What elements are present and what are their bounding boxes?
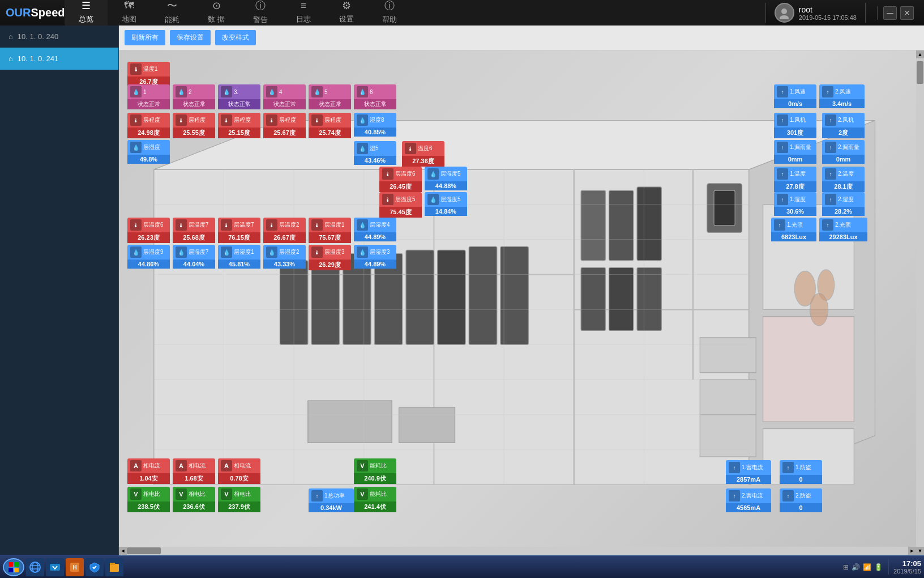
sensor-lux-2[interactable]: ↑ 2.光照 29283Lux xyxy=(819,218,867,241)
sensor-rain-1[interactable]: ↑ 1.漏雨量 0mm xyxy=(774,140,816,164)
sensor-status-2[interactable]: 💧 2 状态正常 xyxy=(173,84,215,109)
sensor-volt-2a[interactable]: V 相电比 238.5伏 xyxy=(127,487,170,512)
sensor-status-3[interactable]: 💧 3. 状态正常 xyxy=(218,84,260,109)
sensor-layer-h1[interactable]: 💧 层湿度1 45.81% xyxy=(218,245,260,269)
style-button[interactable]: 改变样式 xyxy=(215,30,256,45)
files-button[interactable] xyxy=(105,558,123,576)
minimize-button[interactable]: — xyxy=(883,6,897,20)
sensor-temp-right-2[interactable]: ↑ 2.温度 28.1度 xyxy=(822,167,865,192)
sensor-temp-6[interactable]: 🌡 温度6 27.36度 xyxy=(402,141,444,167)
sensor-layer-t7b[interactable]: 🌡 层温度7 76.15度 xyxy=(218,218,260,243)
sensor-layer-humid-5b[interactable]: 💧 层湿度5 44.88% xyxy=(425,167,467,190)
start-icon xyxy=(7,561,20,573)
sensor-amp-2[interactable]: A 相电流 1.68安 xyxy=(173,458,215,484)
sensor-fan-1[interactable]: ↑ 1.风机 301度 xyxy=(774,113,816,138)
start-button[interactable] xyxy=(3,558,24,576)
sensor-layer-t2[interactable]: 🌡 层温度2 26.67度 xyxy=(263,218,306,243)
sensor-layer-t1[interactable]: 🌡 层温度1 75.67度 xyxy=(309,218,351,243)
close-button[interactable]: ✕ xyxy=(900,6,914,20)
sensor-power-1[interactable]: ↑ 1总功率 0.34kW xyxy=(309,488,354,512)
sensor-volt-2c[interactable]: V 相电比 237.9伏 xyxy=(218,487,260,512)
map-area: 🌡 温度1 26.7度 💧 1 状态正常 xyxy=(119,50,924,555)
sensor-curr-1[interactable]: ↑ 1.害电流 2857mA xyxy=(726,460,771,484)
sidebar-label-ip2: 10. 1. 0. 241 xyxy=(18,54,58,63)
sensor-layer-humid5[interactable]: 💧 层湿度5 14.84% xyxy=(425,192,467,216)
teamviewer-button[interactable] xyxy=(46,558,64,576)
taskbar: H ⊞ 🔊 📶 🔋 17:05 2019/5/15 xyxy=(0,555,924,578)
svg-rect-61 xyxy=(110,564,119,572)
scrollbar-up[interactable]: ▲ xyxy=(916,50,924,58)
sensor-temp-row2-a[interactable]: 🌡 层程度 24.98度 xyxy=(127,113,170,138)
log-icon: ≡ xyxy=(301,0,307,12)
sensor-layer-h7[interactable]: 💧 层湿度7 44.04% xyxy=(173,245,215,269)
sensor-layer-h4[interactable]: 💧 层湿度4 44.89% xyxy=(354,218,396,241)
sensor-layer-t3[interactable]: 🌡 层温度3 26.29度 xyxy=(309,245,351,270)
svg-rect-62 xyxy=(110,563,115,565)
taskbar-time: 17:05 xyxy=(893,559,921,568)
sensor-status-5[interactable]: 💧 5 状态正常 xyxy=(309,84,351,109)
sensor-lux-1[interactable]: ↑ 1.光照 6823Lux xyxy=(771,218,816,241)
sidebar-item-ip1[interactable]: ⌂ 10. 1. 0. 240 xyxy=(0,26,118,48)
username: root xyxy=(799,5,857,14)
sensor-status-1[interactable]: 💧 1 状态正常 xyxy=(127,84,170,109)
sensor-temp-row2-c[interactable]: 🌡 层程度 25.15度 xyxy=(218,113,260,138)
sensor-humid-5[interactable]: 💧 湿5 43.46% xyxy=(354,141,396,165)
sensor-temp-row2-e[interactable]: 🌡 层程度 25.74度 xyxy=(309,113,351,138)
sensor-humid-area[interactable]: 💧 层湿度 49.8% xyxy=(127,140,170,164)
title-bar: OURSpeed ☰ 总览 🗺 地图 〜 能耗 ⊙ 数 据 ⓘ 警告 xyxy=(0,0,924,26)
sensor-layer-t7a[interactable]: 🌡 层温度7 25.68度 xyxy=(173,218,215,243)
app-button[interactable]: H xyxy=(66,558,84,576)
nav-label-alert: 警告 xyxy=(253,15,268,25)
tray-icon-1: ⊞ xyxy=(843,563,849,571)
sensor-layer-temp5[interactable]: 🌡 层温度5 75.45度 xyxy=(379,192,422,218)
sensor-wind-2[interactable]: ↑ 2.风速 3.4m/s xyxy=(819,84,865,108)
sensor-overlay: 🌡 温度1 26.7度 💧 1 状态正常 xyxy=(119,50,924,555)
scrollbar-thumb[interactable] xyxy=(917,61,923,84)
scrollbar-left[interactable]: ◄ xyxy=(119,547,127,555)
scrollbar-down[interactable]: ▼ xyxy=(916,547,924,555)
sensor-fire-2[interactable]: ↑ 2.防盗 0 xyxy=(780,488,822,512)
nav-label-data: 数 据 xyxy=(208,14,225,24)
sensor-volt-2b[interactable]: V 相电比 236.6伏 xyxy=(173,487,215,512)
energy-icon: 〜 xyxy=(167,0,177,12)
sensor-temp1[interactable]: 🌡 温度1 26.7度 xyxy=(127,62,170,87)
sensor-layer-t6[interactable]: 🌡 层温度6 26.23度 xyxy=(127,218,170,243)
sensor-status-6[interactable]: 💧 6 状态正常 xyxy=(354,84,396,109)
svg-rect-51 xyxy=(14,562,19,567)
sidebar-item-ip2[interactable]: ⌂ 10. 1. 0. 241 xyxy=(0,48,118,70)
refresh-button[interactable]: 刷新所有 xyxy=(125,30,165,45)
sensor-temp-row2-b[interactable]: 🌡 层程度 25.55度 xyxy=(173,113,215,138)
sensor-fire-1[interactable]: ↑ 1.防盗 0 xyxy=(780,460,822,484)
sensor-temp-row2-d[interactable]: 🌡 层程度 25.67度 xyxy=(263,113,306,138)
sensor-layer-h9[interactable]: 💧 层湿度9 44.86% xyxy=(127,245,170,269)
sensor-layer-h2[interactable]: 💧 层湿度2 43.33% xyxy=(263,245,306,269)
sensor-amp-1[interactable]: A 相电流 1.04安 xyxy=(127,458,170,484)
tray-icon-4: 🔋 xyxy=(874,563,883,571)
sensor-humid-8[interactable]: 💧 湿度8 40.85% xyxy=(354,113,396,137)
sensor-status-4[interactable]: 💧 4 状态正常 xyxy=(263,84,306,109)
sensor-volt-3[interactable]: V 能耗比 241.4伏 xyxy=(354,487,396,512)
sensor-rain-2[interactable]: ↑ 2.漏雨量 0mm xyxy=(822,140,865,164)
scrollbar-horizontal[interactable]: ◄ ► xyxy=(119,547,916,555)
user-info: root 2019-05-15 17:05:48 xyxy=(765,3,866,23)
sensor-layer-h3[interactable]: 💧 层湿度3 44.89% xyxy=(354,245,396,269)
overview-icon: ☰ xyxy=(82,0,91,12)
scrollbar-right[interactable]: ► xyxy=(908,547,916,555)
sensor-temp-right-1[interactable]: ↑ 1.温度 27.8度 xyxy=(774,167,816,192)
sensor-volt-1[interactable]: V 能耗比 240.9伏 xyxy=(354,458,396,484)
sensor-curr-2[interactable]: ↑ 2.害电流 4565mA xyxy=(726,488,771,512)
shield-button[interactable] xyxy=(85,558,104,576)
sensor-amp-3[interactable]: A 相电流 0.78安 xyxy=(218,458,260,484)
teamviewer-icon xyxy=(49,561,61,573)
sensor-humid-right-1[interactable]: ↑ 1.湿度 30.6% xyxy=(774,192,816,216)
svg-rect-50 xyxy=(8,562,13,567)
sensor-humid-right-2[interactable]: ↑ 2.湿度 28.2% xyxy=(822,192,865,216)
scrollbar-vertical[interactable]: ▲ ▼ xyxy=(916,50,924,555)
save-button[interactable]: 保存设置 xyxy=(170,30,211,45)
sensor-layer-temp-6[interactable]: 🌡 层温度6 26.45度 xyxy=(379,167,422,192)
ie-button[interactable] xyxy=(26,558,44,576)
main-window: OURSpeed ☰ 总览 🗺 地图 〜 能耗 ⊙ 数 据 ⓘ 警告 xyxy=(0,0,924,555)
scrollbar-hthumb[interactable] xyxy=(127,547,161,554)
sensor-fan-2[interactable]: ↑ 2.风机 2度 xyxy=(822,113,865,138)
sensor-wind-1[interactable]: ↑ 1.风速 0m/s xyxy=(774,84,816,108)
